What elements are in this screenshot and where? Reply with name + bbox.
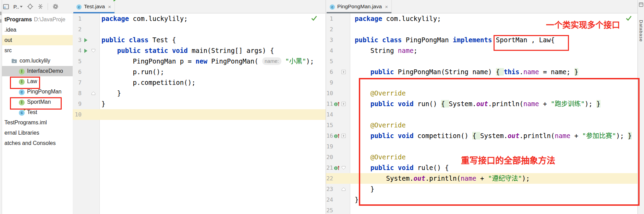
line-number[interactable]: 11: [326, 101, 333, 107]
fold-marker-icon[interactable]: [340, 187, 347, 191]
line-number[interactable]: 6: [73, 69, 82, 75]
line-number[interactable]: 25: [326, 207, 333, 214]
implements-method-icon[interactable]: I: [333, 133, 340, 139]
code-text[interactable]: public void rule() {: [355, 162, 449, 173]
code-text[interactable]: public class Test {: [101, 35, 176, 45]
line-number[interactable]: 9: [326, 79, 333, 86]
code-text[interactable]: p.run();: [101, 67, 164, 77]
run-icon[interactable]: [82, 48, 90, 53]
line-number[interactable]: 21: [326, 165, 333, 171]
code-text[interactable]: public void run() { System.out.println(n…: [355, 99, 600, 109]
gutter[interactable]: 5: [326, 56, 350, 67]
line-number[interactable]: 4: [73, 47, 82, 54]
locate-file-icon[interactable]: [27, 3, 33, 10]
project-window-icon[interactable]: [3, 4, 9, 10]
code-text[interactable]: package com.luckylily;: [101, 13, 188, 24]
code-text[interactable]: String name;: [355, 45, 417, 56]
line-number[interactable]: 16: [326, 133, 333, 139]
code-text[interactable]: public static void main(String[] args) {: [101, 45, 274, 56]
project-view-selector[interactable]: P..: [13, 4, 23, 10]
code-text[interactable]: @Override: [355, 88, 406, 99]
line-number[interactable]: 22: [326, 175, 333, 182]
gutter[interactable]: 5: [73, 56, 99, 67]
gutter[interactable]: 25: [326, 205, 350, 214]
line-number[interactable]: 23: [326, 186, 333, 192]
collapse-all-icon[interactable]: [38, 4, 43, 9]
line-number[interactable]: 15: [326, 122, 333, 128]
gutter[interactable]: 7: [73, 77, 99, 88]
line-number[interactable]: 2: [73, 26, 82, 33]
settings-gear-icon[interactable]: [52, 3, 59, 10]
gutter[interactable]: 10: [326, 88, 350, 99]
code-text[interactable]: System.out.println(name + "遵纪守法");: [355, 173, 530, 184]
gutter[interactable]: 6: [326, 67, 350, 77]
line-number[interactable]: 24: [326, 196, 333, 203]
code-text[interactable]: }: [101, 99, 105, 109]
tree-item-src[interactable]: src: [2, 45, 73, 56]
gutter[interactable]: 22: [326, 173, 350, 184]
line-number[interactable]: 3: [73, 37, 82, 43]
line-number[interactable]: 5: [73, 58, 82, 65]
gutter[interactable]: 10: [73, 109, 99, 120]
tree-item-pingpongman[interactable]: cPingPongMan: [2, 87, 73, 97]
line-number[interactable]: 2: [326, 26, 333, 33]
tab-close-icon[interactable]: ×: [108, 4, 111, 10]
line-number[interactable]: 19: [326, 143, 333, 150]
code-text[interactable]: }: [355, 194, 359, 205]
gutter[interactable]: 14: [326, 109, 350, 120]
implements-method-icon[interactable]: I: [333, 101, 340, 107]
run-icon[interactable]: [82, 38, 90, 43]
tab-pingpongman-java[interactable]: cPingPongMan.java×: [327, 0, 392, 13]
code-text[interactable]: public PingPongMan(String name) { this.n…: [355, 67, 578, 77]
gutter[interactable]: 15: [326, 120, 350, 131]
gutter[interactable]: 24: [326, 194, 350, 205]
tree-item-out[interactable]: out: [2, 35, 73, 45]
code-text[interactable]: @Override: [355, 152, 406, 162]
gutter[interactable]: 1: [326, 13, 350, 24]
fold-expand-icon[interactable]: [340, 70, 347, 74]
fold-expand-icon[interactable]: [340, 134, 347, 138]
gutter[interactable]: 3: [326, 35, 350, 45]
tree-item-testprograms-iml[interactable]: TestPrograms.iml: [2, 117, 73, 128]
tree-item-sportman[interactable]: ISportMan: [2, 97, 73, 107]
line-number[interactable]: 20: [326, 154, 333, 160]
gutter[interactable]: 8: [73, 88, 99, 99]
line-number[interactable]: 7: [73, 79, 82, 86]
line-number[interactable]: 3: [326, 37, 333, 43]
code-text[interactable]: }: [101, 88, 121, 99]
fold-expand-icon[interactable]: [340, 102, 347, 106]
tree-item-ernal-libraries[interactable]: ernal Libraries: [2, 128, 73, 138]
code-text[interactable]: }: [355, 184, 374, 194]
line-number[interactable]: 14: [326, 111, 333, 118]
tree-item-atches-and-consoles[interactable]: atches and Consoles: [2, 138, 73, 148]
tree-item-test[interactable]: cTest: [2, 107, 73, 117]
line-number[interactable]: 10: [326, 90, 333, 97]
line-number[interactable]: 5: [326, 58, 333, 65]
line-number[interactable]: 1: [326, 15, 333, 22]
gutter[interactable]: 4: [73, 45, 99, 56]
gutter[interactable]: 21I: [326, 162, 350, 173]
code-text[interactable]: package com.luckylily;: [355, 13, 441, 24]
line-number[interactable]: 4: [326, 47, 333, 54]
line-number[interactable]: 10: [73, 111, 82, 118]
gutter[interactable]: 9: [326, 77, 350, 88]
tree-item-tprograms[interactable]: tPrograms D:\JavaProje: [2, 14, 73, 25]
line-number[interactable]: 8: [73, 90, 82, 97]
gutter[interactable]: 3: [73, 35, 99, 45]
gutter[interactable]: 23: [326, 184, 350, 194]
tab-close-icon[interactable]: ×: [385, 4, 388, 10]
tree-item--idea[interactable]: .idea: [2, 25, 73, 35]
code-text[interactable]: PingPongMan p = new PingPongMan( name: "…: [101, 56, 314, 67]
gutter[interactable]: 4: [326, 45, 350, 56]
gutter[interactable]: 6: [73, 67, 99, 77]
line-number[interactable]: 6: [326, 69, 333, 75]
code-text[interactable]: p.competition();: [101, 77, 196, 88]
implements-method-icon[interactable]: I: [333, 165, 340, 171]
tool-window-icon[interactable]: [639, 2, 643, 7]
tree-item-com-luckylily[interactable]: com.luckylily: [2, 56, 73, 66]
gutter[interactable]: 16I: [326, 131, 350, 141]
gutter[interactable]: 11I: [326, 99, 350, 109]
fold-marker-icon[interactable]: [90, 91, 97, 95]
gutter[interactable]: 19: [326, 141, 350, 152]
tree-item-law[interactable]: ILaw: [2, 76, 73, 87]
